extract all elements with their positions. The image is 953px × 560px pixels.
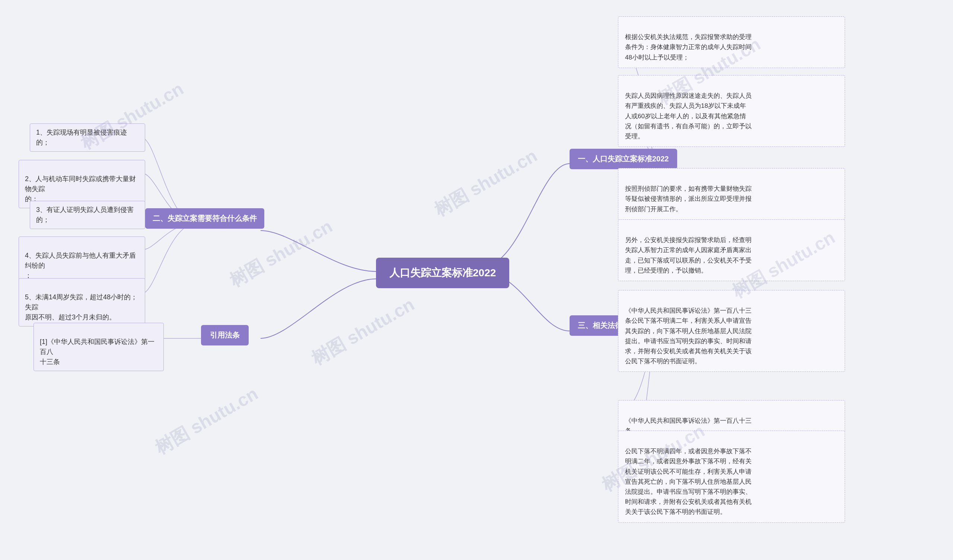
article-box-1: 《中华人民共和国民事诉讼法》第一百八十三 条公民下落不明满二年，利害关系人申请宣… (618, 290, 845, 372)
standard-box-1: 根据公安机关执法规范，失踪报警求助的受理 条件为：身体健康智力正常的成年人失踪时… (618, 16, 845, 68)
condition-sub-4: 4、失踪人员失踪前与他人有重大矛盾纠纷的 ； (19, 237, 145, 285)
watermark-3: 树图 shutu.cn (430, 144, 542, 222)
condition-sub-1: 1、失踪现场有明显被侵害痕迹的； (30, 124, 145, 152)
watermark-4: 树图 shutu.cn (307, 292, 419, 371)
branch-law: 引用法条 (201, 325, 249, 345)
condition-sub-3: 3、有证人证明失踪人员遭到侵害的； (30, 201, 145, 229)
central-node: 人口失踪立案标准2022 (376, 258, 509, 288)
branch-conditions: 二、失踪立案需要符合什么条件 (145, 208, 264, 229)
standard-box-2: 失踪人员因病理性原因迷途走失的、失踪人员 有严重残疾的、失踪人员为18岁以下未成… (618, 75, 845, 147)
law-sub-1: [1]《中华人民共和国民事诉讼法》第一百八 十三条 (34, 323, 164, 371)
branch-standard: 一、人口失踪立案标准2022 (570, 149, 677, 169)
article-box-3: 公民下落不明满四年，或者因意外事故下落不 明满二年，或者因意外事故下落不明，经有… (618, 431, 845, 523)
watermark-7: 树图 shutu.cn (151, 382, 262, 460)
standard-box-4: 另外，公安机关接报失踪报警求助后，经查明 失踪人系智力正常的成年人因家庭矛盾离家… (618, 220, 845, 281)
standard-box-3: 按照刑侦部门的要求，如有携带大量财物失踪 等疑似被侵害情形的，派出所应立即受理并… (618, 168, 845, 220)
mindmap-canvas: 人口失踪立案标准2022 二、失踪立案需要符合什么条件 1、失踪现场有明显被侵害… (0, 0, 953, 560)
condition-sub-5: 5、未满14周岁失踪，超过48小时的；失踪 原因不明、超过3个月未归的。 (19, 278, 145, 326)
